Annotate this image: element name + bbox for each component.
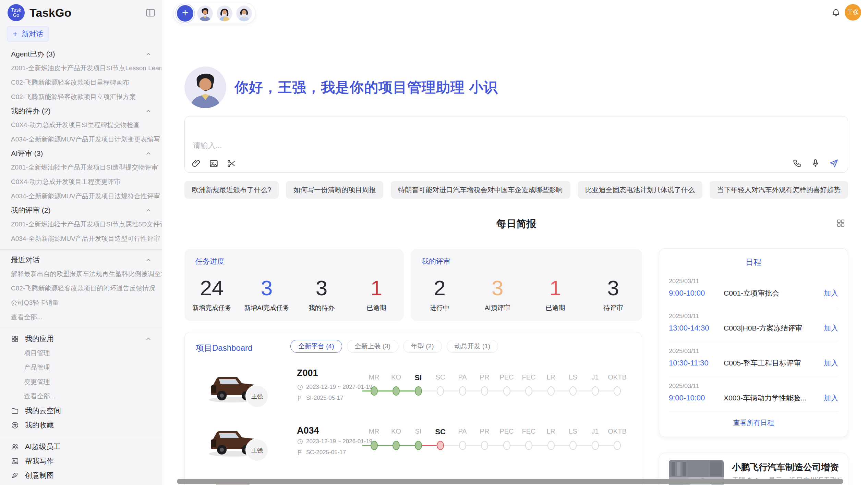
microphone-icon[interactable] <box>811 159 820 168</box>
schedule-item[interactable]: 2025/03/1110:30-11:30C005-整车工程目标评审加入 <box>669 342 838 377</box>
sidebar-task-item[interactable]: C02-飞腾新能源轻客改款项目里程碑画布 <box>0 75 162 90</box>
sidebar-tool-people[interactable]: AI超级员工 <box>0 439 162 454</box>
app-title: TaskGo <box>29 6 141 20</box>
sidebar-task-item[interactable]: A034-全新新能源MUV产品开发项目法规符合性评审 <box>0 189 162 203</box>
milestone-dot[interactable] <box>547 386 555 396</box>
milestone-dot[interactable] <box>415 386 422 396</box>
sidebar-task-item[interactable]: A034-全新新能源MUV产品开发项目计划变更表编写 <box>0 132 162 147</box>
dashboard-tab[interactable]: 全新平台 (4) <box>290 340 342 353</box>
suggestion-chip[interactable]: 特朗普可能对进口汽车增税会对中国车企造成哪些影响 <box>391 181 570 199</box>
sidebar-task-item[interactable]: C0X4-动力总成开发项目SI里程碑提交物检查 <box>0 118 162 132</box>
milestone-dot[interactable] <box>437 386 444 396</box>
schedule-item[interactable]: 2025/03/1113:00-14:30C003|H0B-方案冻结评审加入 <box>669 307 838 342</box>
sidebar-task-item[interactable]: C0X4-动力总成开发项目工程变更评审 <box>0 175 162 189</box>
view-all-schedule-link[interactable]: 查看所有日程 <box>659 412 848 427</box>
sidebar-item-folder[interactable]: 我的云空间 <box>0 403 162 418</box>
milestone-dot[interactable] <box>569 441 577 450</box>
layout-grid-icon[interactable] <box>836 219 845 228</box>
milestone-dot[interactable] <box>525 441 532 450</box>
app-sub-item[interactable]: 查看全部... <box>0 389 162 403</box>
recent-chat-item[interactable]: 公司Q3轻卡销量 <box>0 296 162 310</box>
sidebar-tool-image[interactable]: 帮我写作 <box>0 454 162 468</box>
milestone-label: MR <box>363 427 385 435</box>
milestone-dot[interactable] <box>437 441 444 450</box>
sidebar-task-item[interactable]: Z001-全新燃油皮卡产品开发项目SI节点Lesson Learn报告 <box>0 61 162 75</box>
notification-bell-icon[interactable] <box>831 8 841 17</box>
milestone-dot[interactable] <box>371 441 378 450</box>
suggestion-chip[interactable]: 比亚迪全固态电池计划具体说了什么 <box>578 181 702 199</box>
milestone-dot[interactable] <box>459 386 466 396</box>
sidebar-section-header[interactable]: 我的待办 (2) <box>0 104 162 118</box>
scissors-icon[interactable] <box>227 159 236 168</box>
milestone-dot[interactable] <box>592 386 599 396</box>
join-meeting-link[interactable]: 加入 <box>824 288 838 298</box>
dashboard-tabs: 全新平台 (4)全新上装 (3)年型 (2)动总开发 (1) <box>290 340 498 353</box>
join-meeting-link[interactable]: 加入 <box>824 323 838 333</box>
app-sub-item[interactable]: 变更管理 <box>0 375 162 389</box>
milestone-dot[interactable] <box>525 386 532 396</box>
milestone-dot[interactable] <box>503 441 510 450</box>
sidebar-task-item[interactable]: Z001-全新燃油轻卡产品开发项目SI造型提交物评审 <box>0 160 162 175</box>
sidebar-section-header[interactable]: Agent已办 (3) <box>0 47 162 61</box>
briefing-card-title: 任务进度 <box>195 257 224 266</box>
sidebar-collapse-icon[interactable] <box>145 8 156 18</box>
app-sub-item[interactable]: 项目管理 <box>0 346 162 360</box>
stat: 1已逾期 <box>527 269 584 321</box>
join-meeting-link[interactable]: 加入 <box>824 358 838 368</box>
project-dashboard-card: 项目Dashboard 全新平台 (4)全新上装 (3)年型 (2)动总开发 (… <box>184 332 642 485</box>
milestone-dot[interactable] <box>547 441 555 450</box>
sidebar-task-item[interactable]: C02-飞腾新能源轻客改款项目立项汇报方案 <box>0 90 162 104</box>
user-avatar[interactable]: 王强 <box>845 4 861 21</box>
join-meeting-link[interactable]: 加入 <box>824 393 838 403</box>
briefing-card-title: 我的评审 <box>422 257 450 266</box>
project-name[interactable]: Z001 <box>297 368 318 378</box>
sidebar-section-header[interactable]: AI评审 (3) <box>0 147 162 160</box>
milestone-dot[interactable] <box>393 386 400 396</box>
milestone-dot[interactable] <box>371 386 378 396</box>
agent-avatar-1[interactable] <box>197 5 213 21</box>
suggestion-chip[interactable]: 欧洲新规最近颁布了什么? <box>184 181 279 199</box>
app-sub-item[interactable]: 产品管理 <box>0 360 162 375</box>
sidebar-tool-feather[interactable]: 创意制图 <box>0 468 162 483</box>
milestone-dot[interactable] <box>481 441 488 450</box>
agent-avatar-3[interactable] <box>236 5 252 21</box>
milestone-dot[interactable] <box>592 441 599 450</box>
agent-avatar-2[interactable] <box>217 5 232 21</box>
schedule-item[interactable]: 2025/03/119:00-10:00C001-立项审批会加入 <box>669 272 838 307</box>
milestone-dot[interactable] <box>393 441 400 450</box>
suggestion-chip[interactable]: 当下年轻人对汽车外观有怎样的喜好趋势 <box>710 181 848 199</box>
send-icon[interactable] <box>829 158 839 168</box>
recent-chats-header[interactable]: 最近对话 <box>0 253 162 267</box>
attachment-icon[interactable] <box>192 159 201 168</box>
milestone-dot[interactable] <box>614 441 621 450</box>
project-date-range: 2023-12-19 ~ 2027-01-19 <box>297 384 372 390</box>
add-agent-button[interactable]: + <box>177 5 193 22</box>
phone-call-icon[interactable] <box>793 159 802 168</box>
dashboard-tab[interactable]: 年型 (2) <box>403 340 442 353</box>
milestone-dot[interactable] <box>481 386 488 396</box>
recent-chat-item[interactable]: 解释最新出台的欧盟报废车法规再生塑料比例被调至15%... <box>0 267 162 281</box>
horizontal-scrollbar[interactable] <box>177 479 843 484</box>
sidebar-recent-chats: 最近对话解释最新出台的欧盟报废车法规再生塑料比例被调至15%...C02-飞腾新… <box>0 253 162 324</box>
new-chat-button[interactable]: + 新对话 <box>7 26 49 42</box>
milestone-dot[interactable] <box>415 441 422 450</box>
sidebar-item-my-apps[interactable]: 我的应用 <box>0 332 162 346</box>
chat-input[interactable]: 请输入... <box>184 116 848 173</box>
sidebar-section-header[interactable]: 我的评审 (2) <box>0 203 162 217</box>
sidebar-task-item[interactable]: A034-全新新能源MUV产品开发项目造型可行性评审 <box>0 232 162 246</box>
dashboard-tab[interactable]: 全新上装 (3) <box>347 340 399 353</box>
suggestion-chip[interactable]: 如何写一份清晰的项目周报 <box>286 181 383 199</box>
project-name[interactable]: A034 <box>297 425 319 436</box>
dashboard-tab[interactable]: 动总开发 (1) <box>447 340 498 353</box>
milestone-dot[interactable] <box>459 441 466 450</box>
insert-image-icon[interactable] <box>209 159 218 168</box>
milestone-dot[interactable] <box>503 386 510 396</box>
flag-icon <box>297 449 303 456</box>
recent-chat-item[interactable]: C02-飞腾新能源轻客改款项目的闭环通告反馈情况 <box>0 281 162 296</box>
sidebar-task-item[interactable]: Z001-全新燃油轻卡产品开发项目SI节点属性5D文件评审 <box>0 217 162 232</box>
sidebar-item-star[interactable]: 我的收藏 <box>0 418 162 432</box>
milestone-dot[interactable] <box>569 386 577 396</box>
view-all-chats-link[interactable]: 查看全部... <box>0 310 162 324</box>
milestone-dot[interactable] <box>614 386 621 396</box>
schedule-item[interactable]: 2025/03/119:00-10:00X003-车辆动力学性能验...加入 <box>669 377 838 412</box>
